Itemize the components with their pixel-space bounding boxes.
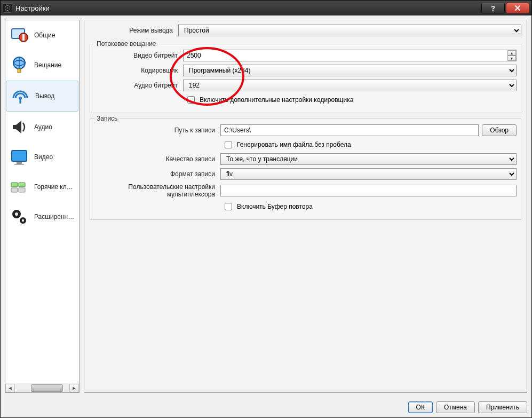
record-quality-label: Качество записи [94,155,217,163]
svg-rect-15 [19,188,25,192]
svg-rect-13 [19,183,25,187]
dialog-footer: ОК Отмена Применить [1,397,531,417]
titlebar: Настройки ? [1,1,531,15]
sidebar-item-label: Горячие кл… [34,183,73,191]
encoder-select[interactable]: Программный (x264) [183,65,517,76]
spin-down-icon[interactable]: ▼ [507,56,516,61]
app-icon [3,3,12,13]
gen-filename-checkbox[interactable] [225,141,232,148]
svg-point-1 [6,7,9,9]
encoder-label: Кодировщик [94,67,180,74]
svg-rect-6 [18,69,21,73]
settings-window: Настройки ? Общие [0,0,532,418]
sidebar: Общие Вещание Вывод [5,20,80,393]
recording-group: Запись Путь к записи Обзор Генерировать … [90,119,521,220]
audio-bitrate-row: Аудио битрейт 192 [94,80,517,91]
scroll-right-icon[interactable]: ► [69,384,79,392]
record-quality-row: Качество записи То же, что у трансляции [94,153,517,165]
sidebar-item-stream[interactable]: Вещание [5,50,79,80]
video-bitrate-row: Видео битрейт ▲ ▼ [94,50,517,61]
record-path-input[interactable] [220,124,479,136]
recording-group-title: Запись [94,115,120,122]
window-title: Настройки [15,4,481,12]
output-mode-select[interactable]: Простой [178,25,521,36]
output-mode-label: Режим вывода [90,27,175,34]
record-quality-select[interactable]: То же, что у трансляции [220,153,517,165]
sidebar-scrollbar[interactable]: ◄ ► [5,383,79,392]
globe-icon [9,54,30,76]
sidebar-item-label: Общие [34,31,55,39]
record-format-label: Формат записи [94,170,217,178]
sidebar-item-hotkeys[interactable]: Горячие кл… [5,172,79,202]
record-format-select[interactable]: flv [220,168,517,180]
scroll-thumb[interactable] [31,384,63,392]
broadcast-icon [10,85,31,107]
scroll-left-icon[interactable]: ◄ [5,384,15,392]
sidebar-item-video[interactable]: Видео [5,142,79,172]
encoder-row: Кодировщик Программный (x264) [94,65,517,76]
window-controls: ? [481,3,529,13]
svg-rect-8 [20,98,21,104]
streaming-group-title: Потоковое вещание [94,40,158,48]
sidebar-item-label: Расширенн… [34,213,74,220]
replay-buffer-checkbox-label: Включить Буфер повтора [237,203,313,210]
monitor-icon [9,146,30,168]
advanced-encoder-checkbox[interactable] [187,96,195,104]
speaker-icon [9,116,30,138]
svg-point-19 [22,219,24,222]
advanced-encoder-checkbox-label: Включить дополнительные настройки кодиро… [200,96,353,104]
muxer-row: Пользовательские настройки мультиплексор… [94,183,517,198]
sidebar-item-output[interactable]: Вывод [6,81,78,112]
svg-rect-11 [14,164,24,165]
record-path-row: Путь к записи Обзор [94,124,517,136]
sidebar-item-label: Вывод [35,92,54,100]
muxer-input[interactable] [220,185,517,196]
ok-button[interactable]: ОК [408,401,433,413]
spin-up-icon[interactable]: ▲ [507,50,516,56]
apply-button[interactable]: Применить [478,401,527,413]
svg-rect-9 [12,151,27,161]
body: Общие Вещание Вывод [1,15,531,397]
close-button[interactable] [506,3,529,13]
svg-rect-14 [11,188,18,192]
gear-screen-icon [9,25,30,46]
sidebar-list: Общие Вещание Вывод [5,20,79,383]
gen-filename-checkbox-row: Генерировать имя файла без пробела [223,139,517,150]
muxer-label: Пользовательские настройки мультиплексор… [94,183,217,198]
cancel-button[interactable]: Отмена [436,401,475,413]
video-bitrate-label: Видео битрейт [94,52,180,59]
gen-filename-checkbox-label: Генерировать имя файла без пробела [237,141,351,148]
output-mode-row: Режим вывода Простой [90,25,521,36]
replay-buffer-checkbox-row: Включить Буфер повтора [223,201,517,212]
replay-buffer-checkbox[interactable] [225,203,232,210]
record-format-row: Формат записи flv [94,168,517,180]
gears-icon [9,206,30,227]
help-button[interactable]: ? [481,3,505,13]
sidebar-item-label: Аудио [34,123,52,131]
scroll-track[interactable] [15,384,69,392]
content-pane: Режим вывода Простой Потоковое вещание В… [84,20,527,393]
sidebar-item-label: Видео [34,153,53,161]
svg-rect-12 [11,183,18,187]
svg-rect-10 [17,162,22,164]
keyboard-icon [9,176,30,198]
audio-bitrate-select[interactable]: 192 [183,80,517,91]
video-bitrate-input[interactable] [183,50,517,61]
advanced-encoder-checkbox-row: Включить дополнительные настройки кодиро… [185,94,517,105]
sidebar-item-general[interactable]: Общие [5,20,79,50]
svg-point-17 [15,212,18,216]
svg-rect-4 [22,34,25,41]
sidebar-item-advanced[interactable]: Расширенн… [5,202,79,232]
sidebar-item-label: Вещание [34,61,61,69]
audio-bitrate-label: Аудио битрейт [94,82,180,89]
browse-button[interactable]: Обзор [482,124,517,136]
sidebar-item-audio[interactable]: Аудио [5,112,79,142]
video-bitrate-spinbox[interactable]: ▲ ▼ [183,50,517,61]
streaming-group: Потоковое вещание Видео битрейт ▲ ▼ [90,44,521,113]
record-path-label: Путь к записи [94,127,217,134]
